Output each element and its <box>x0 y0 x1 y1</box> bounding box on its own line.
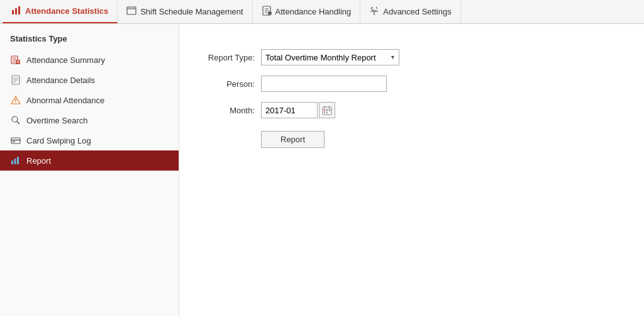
svg-point-27 <box>15 102 16 103</box>
svg-rect-43 <box>324 112 325 113</box>
svg-rect-30 <box>11 138 20 144</box>
report-button[interactable]: Report <box>261 131 325 148</box>
report-type-control: Total Overtime Monthly Report Daily Over… <box>261 49 399 65</box>
report-icon <box>10 155 21 166</box>
svg-rect-42 <box>329 110 330 111</box>
sidebar-item-report-label: Report <box>26 156 51 166</box>
nav-tab-attendance-handling[interactable]: ✓ Attendance Handling <box>253 0 361 23</box>
nav-tab-advanced-settings-label: Advanced Settings <box>383 7 451 16</box>
svg-rect-3 <box>127 7 136 14</box>
report-type-select[interactable]: Total Overtime Monthly Report Daily Over… <box>261 49 399 65</box>
svg-text:✓: ✓ <box>269 12 270 15</box>
report-type-select-wrapper: Total Overtime Monthly Report Daily Over… <box>261 49 399 65</box>
sidebar-item-report[interactable]: Report <box>0 150 179 171</box>
svg-rect-34 <box>14 159 16 164</box>
nav-tab-attendance-handling-label: Attendance Handling <box>275 7 352 16</box>
person-row: Person: <box>204 76 619 92</box>
sidebar-item-card-swiping-log[interactable]: Card Swiping Log <box>0 130 179 150</box>
month-label: Month: <box>204 106 261 115</box>
sidebar-item-card-swiping-log-label: Card Swiping Log <box>26 136 91 145</box>
sidebar-item-attendance-details[interactable]: Attendance Details <box>0 70 179 90</box>
attendance-handling-icon: ✓ <box>262 6 272 18</box>
overtime-search-icon <box>10 115 21 126</box>
card-swiping-log-icon <box>10 135 21 146</box>
svg-rect-40 <box>324 110 325 111</box>
report-form: Report Type: Total Overtime Monthly Repo… <box>204 49 619 148</box>
svg-rect-2 <box>18 6 20 14</box>
calendar-button[interactable] <box>319 102 335 118</box>
nav-tab-attendance-statistics-label: Attendance Statistics <box>25 6 108 16</box>
sidebar-item-abnormal-attendance-label: Abnormal Attendance <box>26 96 104 105</box>
nav-tab-advanced-settings[interactable]: Advanced Settings <box>360 0 460 23</box>
nav-tab-shift-schedule[interactable]: Shift Schedule Management <box>118 0 252 23</box>
attendance-details-icon <box>10 74 21 86</box>
report-button-row: Report <box>261 128 619 148</box>
attendance-summary-icon <box>10 54 21 65</box>
nav-tab-attendance-statistics[interactable]: Attendance Statistics <box>3 0 118 23</box>
month-control <box>261 102 335 118</box>
abnormal-attendance-icon <box>10 94 21 106</box>
person-input[interactable] <box>261 76 387 92</box>
month-input[interactable] <box>261 102 318 118</box>
sidebar-item-attendance-details-label: Attendance Details <box>26 76 95 85</box>
top-navigation: Attendance Statistics Shift Schedule Man… <box>0 0 644 24</box>
sidebar-item-abnormal-attendance[interactable]: Abnormal Attendance <box>0 90 179 110</box>
svg-rect-33 <box>11 161 13 164</box>
sidebar-item-attendance-summary-label: Attendance Summary <box>26 55 105 65</box>
svg-point-28 <box>12 116 18 122</box>
svg-line-29 <box>17 121 19 124</box>
person-label: Person: <box>204 79 261 89</box>
content-area: Report Type: Total Overtime Monthly Repo… <box>179 24 644 316</box>
report-type-label: Report Type: <box>204 53 261 62</box>
sidebar: Statistics Type Attendance Summary <box>0 24 179 316</box>
shift-schedule-icon <box>126 6 136 18</box>
attendance-statistics-icon <box>11 5 21 17</box>
svg-rect-0 <box>12 10 14 14</box>
svg-rect-44 <box>326 112 328 113</box>
report-type-row: Report Type: Total Overtime Monthly Repo… <box>204 49 619 65</box>
svg-rect-35 <box>17 157 19 164</box>
svg-rect-32 <box>13 142 15 143</box>
svg-rect-41 <box>326 110 328 111</box>
person-control <box>261 76 387 92</box>
sidebar-item-overtime-search[interactable]: Overtime Search <box>0 110 179 130</box>
sidebar-item-overtime-search-label: Overtime Search <box>26 116 88 125</box>
month-row: Month: <box>204 102 619 118</box>
nav-tab-shift-schedule-label: Shift Schedule Management <box>140 7 243 16</box>
sidebar-item-attendance-summary[interactable]: Attendance Summary <box>0 50 179 70</box>
svg-rect-1 <box>15 8 17 14</box>
main-container: Statistics Type Attendance Summary <box>0 24 644 316</box>
advanced-settings-icon <box>369 6 379 18</box>
sidebar-title: Statistics Type <box>0 30 179 50</box>
